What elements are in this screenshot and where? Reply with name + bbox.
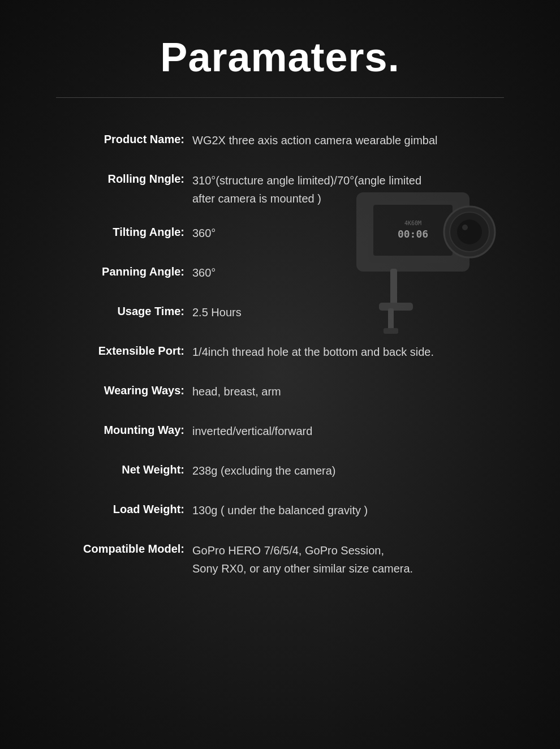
param-value: head, breast, arm xyxy=(192,383,515,400)
param-value: 360° xyxy=(192,264,515,281)
param-row: Mounting Way:inverted/vertical/forward xyxy=(45,423,515,445)
param-label: Compatible Model: xyxy=(45,541,192,556)
param-value: 1/4inch thread hole at the bottom and ba… xyxy=(192,343,515,360)
param-value: 2.5 Hours xyxy=(192,304,515,321)
param-row: Load Weight:130g ( under the balanced gr… xyxy=(45,502,515,524)
title-section: Paramaters. xyxy=(0,0,560,97)
params-section: Product Name:WG2X three axis action came… xyxy=(0,109,560,640)
param-value: 238g (excluding the camera) xyxy=(192,462,515,479)
param-row: Wearing Ways:head, breast, arm xyxy=(45,383,515,406)
param-row: Compatible Model:GoPro HERO 7/6/5/4, GoP… xyxy=(45,541,515,578)
param-row: Extensible Port:1/4inch thread hole at t… xyxy=(45,343,515,366)
divider xyxy=(56,97,504,98)
param-label: Mounting Way: xyxy=(45,423,192,437)
param-value: inverted/vertical/forward xyxy=(192,423,515,440)
param-row: Usage Time:2.5 Hours xyxy=(45,304,515,326)
param-value: GoPro HERO 7/6/5/4, GoPro Session,Sony R… xyxy=(192,541,515,578)
param-value: 360° xyxy=(192,225,515,242)
param-label: Product Name: xyxy=(45,132,192,146)
param-row: Tilting Angle:360° xyxy=(45,225,515,247)
param-row: Net Weight:238g (excluding the camera) xyxy=(45,462,515,485)
param-label: Wearing Ways: xyxy=(45,383,192,397)
param-row: Rolling Nngle:310°(structure angle limit… xyxy=(45,171,515,208)
page-container: Paramaters. 4K60M 00:06 Product Name:W xyxy=(0,0,560,749)
param-label: Tilting Angle: xyxy=(45,225,192,239)
param-row: Product Name:WG2X three axis action came… xyxy=(45,132,515,154)
param-label: Rolling Nngle: xyxy=(45,171,192,186)
param-value: WG2X three axis action camera wearable g… xyxy=(192,132,515,149)
param-label: Panning Angle: xyxy=(45,264,192,278)
param-label: Net Weight: xyxy=(45,462,192,476)
param-label: Extensible Port: xyxy=(45,343,192,358)
param-value: 310°(structure angle limited)/70°(angle … xyxy=(192,171,515,208)
param-label: Usage Time: xyxy=(45,304,192,318)
page-title: Paramaters. xyxy=(0,34,560,80)
param-value: 130g ( under the balanced gravity ) xyxy=(192,502,515,519)
param-row: Panning Angle:360° xyxy=(45,264,515,287)
param-label: Load Weight: xyxy=(45,502,192,516)
